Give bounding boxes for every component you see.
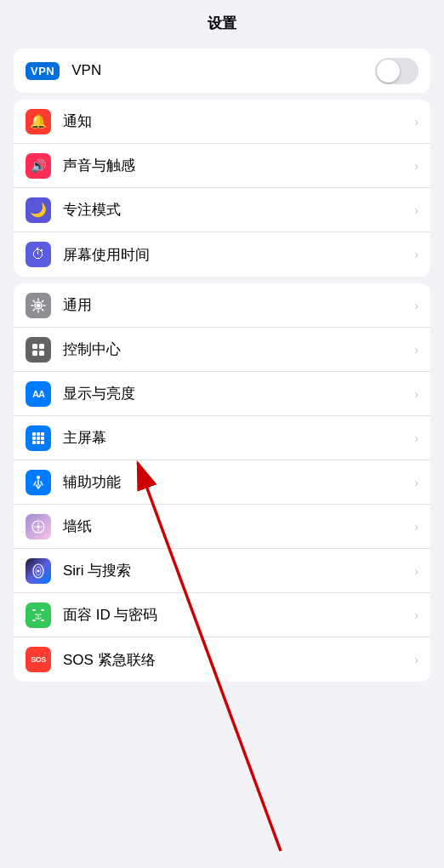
display-label: 显示与亮度	[63, 384, 409, 403]
chevron-icon: ›	[414, 299, 418, 312]
vpn-badge: VPN	[26, 62, 60, 80]
homescreen-icon	[26, 425, 51, 451]
list-item-accessibility[interactable]: 辅助功能 ›	[14, 460, 430, 505]
focus-label: 专注模式	[63, 200, 409, 220]
accessibility-icon	[26, 470, 51, 495]
settings-page: 设置 VPN VPN 通知 › 声音与触感 › 专注模式 ›	[0, 0, 444, 682]
list-item-display[interactable]: AA 显示与亮度 ›	[14, 372, 430, 416]
sounds-icon	[26, 153, 51, 179]
list-item-wallpaper[interactable]: 墙纸 ›	[14, 505, 430, 549]
svg-rect-13	[37, 441, 40, 444]
list-item-siri[interactable]: Siri 与搜索 ›	[14, 549, 430, 593]
screentime-icon	[26, 242, 51, 267]
chevron-icon: ›	[414, 431, 418, 445]
wallpaper-icon	[26, 514, 51, 540]
chevron-icon: ›	[414, 159, 418, 173]
svg-rect-14	[41, 441, 44, 444]
section-general: 通用 › 控制中心 › AA 显示与亮度 ›	[14, 283, 430, 682]
notifications-icon	[26, 109, 51, 134]
chevron-icon: ›	[414, 248, 418, 261]
controlcenter-label: 控制中心	[63, 340, 409, 359]
svg-point-25	[40, 614, 42, 615]
chevron-icon: ›	[414, 387, 418, 401]
focus-icon	[26, 197, 51, 223]
page-title: 设置	[0, 0, 444, 42]
list-item-notifications[interactable]: 通知 ›	[14, 100, 430, 144]
svg-rect-8	[41, 432, 44, 436]
list-item-controlcenter[interactable]: 控制中心 ›	[14, 328, 430, 372]
vpn-toggle[interactable]	[375, 58, 418, 84]
svg-point-24	[36, 614, 37, 615]
svg-rect-21	[41, 609, 44, 611]
general-label: 通用	[63, 295, 409, 315]
list-item-sounds[interactable]: 声音与触感 ›	[14, 144, 430, 188]
chevron-icon: ›	[414, 608, 418, 622]
svg-rect-5	[39, 351, 44, 356]
svg-point-16	[37, 525, 40, 528]
svg-rect-10	[37, 437, 40, 440]
faceid-label: 面容 ID 与密码	[63, 605, 409, 625]
svg-rect-2	[32, 344, 37, 349]
svg-rect-6	[32, 432, 36, 436]
svg-point-0	[37, 303, 41, 307]
chevron-icon: ›	[414, 115, 418, 128]
svg-point-19	[37, 569, 40, 572]
svg-rect-12	[32, 441, 36, 444]
sounds-label: 声音与触感	[63, 156, 409, 175]
toggle-knob	[377, 60, 400, 83]
list-item-screentime[interactable]: 屏幕使用时间 ›	[14, 232, 430, 277]
list-item-faceid[interactable]: 面容 ID 与密码 ›	[14, 593, 430, 637]
vpn-item[interactable]: VPN VPN	[14, 49, 430, 93]
accessibility-label: 辅助功能	[63, 472, 409, 492]
faceid-icon	[26, 602, 51, 628]
notifications-label: 通知	[63, 111, 409, 131]
display-icon: AA	[26, 381, 51, 407]
chevron-icon: ›	[414, 564, 418, 578]
chevron-icon: ›	[414, 653, 418, 666]
vpn-section: VPN VPN	[14, 49, 430, 93]
controlcenter-icon	[26, 337, 51, 363]
list-item-general[interactable]: 通用 ›	[14, 283, 430, 328]
chevron-icon: ›	[414, 343, 418, 357]
homescreen-label: 主屏幕	[63, 428, 409, 448]
sos-label: SOS 紧急联络	[63, 650, 409, 670]
list-item-focus[interactable]: 专注模式 ›	[14, 188, 430, 232]
list-item-homescreen[interactable]: 主屏幕 ›	[14, 416, 430, 460]
section-notifications: 通知 › 声音与触感 › 专注模式 › 屏幕使用时间 ›	[14, 100, 430, 277]
svg-rect-20	[32, 609, 36, 611]
svg-rect-3	[39, 344, 44, 349]
svg-rect-23	[41, 620, 44, 621]
vpn-label: VPN	[71, 62, 375, 79]
sos-icon: SOS	[26, 647, 51, 672]
svg-rect-22	[32, 620, 36, 621]
chevron-icon: ›	[414, 203, 418, 217]
svg-point-15	[37, 476, 40, 479]
siri-icon	[26, 558, 51, 584]
general-icon	[26, 293, 51, 318]
svg-rect-9	[32, 437, 36, 440]
svg-rect-11	[41, 437, 44, 440]
screentime-label: 屏幕使用时间	[63, 245, 409, 265]
wallpaper-label: 墙纸	[63, 517, 409, 536]
chevron-icon: ›	[414, 520, 418, 534]
svg-rect-7	[37, 432, 40, 436]
svg-rect-4	[32, 351, 37, 356]
list-item-sos[interactable]: SOS SOS 紧急联络 ›	[14, 637, 430, 682]
siri-label: Siri 与搜索	[63, 561, 409, 580]
chevron-icon: ›	[414, 476, 418, 489]
